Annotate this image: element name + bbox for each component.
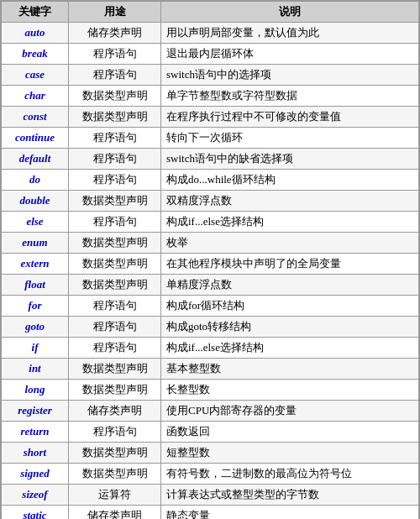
table-row: signed数据类型声明有符号数，二进制数的最高位为符号位: [2, 464, 419, 485]
desc-cell: switch语句中的缺省选择项: [161, 149, 419, 170]
usage-cell: 数据类型声明: [69, 254, 161, 275]
desc-cell: 枚举: [161, 233, 419, 254]
desc-cell: 在其他程序模块中声明了的全局变量: [161, 254, 419, 275]
usage-cell: 程序语句: [69, 170, 161, 191]
table-row: case程序语句switch语句中的选择项: [2, 65, 419, 86]
keyword-cell: auto: [2, 23, 69, 44]
header-desc: 说明: [161, 2, 419, 23]
desc-cell: 计算表达式或整型类型的字节数: [161, 485, 419, 506]
keyword-cell: for: [2, 296, 69, 317]
usage-cell: 程序语句: [69, 212, 161, 233]
usage-cell: 数据类型声明: [69, 233, 161, 254]
desc-cell: 双精度浮点数: [161, 191, 419, 212]
desc-cell: 构成if...else选择结构: [161, 338, 419, 359]
usage-cell: 数据类型声明: [69, 443, 161, 464]
table-row: continue程序语句转向下一次循环: [2, 128, 419, 149]
usage-cell: 数据类型声明: [69, 107, 161, 128]
table-row: enum数据类型声明枚举: [2, 233, 419, 254]
keyword-cell: double: [2, 191, 69, 212]
keyword-cell: case: [2, 65, 69, 86]
keyword-cell: float: [2, 275, 69, 296]
table-row: const数据类型声明在程序执行过程中不可修改的变量值: [2, 107, 419, 128]
table-row: static储存类声明静态变量: [2, 506, 419, 520]
usage-cell: 程序语句: [69, 338, 161, 359]
desc-cell: 单精度浮点数: [161, 275, 419, 296]
usage-cell: 程序语句: [69, 128, 161, 149]
keyword-cell: long: [2, 380, 69, 401]
usage-cell: 数据类型声明: [69, 275, 161, 296]
keyword-cell: return: [2, 422, 69, 443]
keyword-cell: int: [2, 359, 69, 380]
table-row: sizeof运算符计算表达式或整型类型的字节数: [2, 485, 419, 506]
desc-cell: 使用CPU内部寄存器的变量: [161, 401, 419, 422]
table-header-row: 关键字 用途 说明: [2, 2, 419, 23]
desc-cell: 退出最内层循环体: [161, 44, 419, 65]
table-row: char数据类型声明单字节整型数或字符型数据: [2, 86, 419, 107]
keyword-cell: else: [2, 212, 69, 233]
table-row: float数据类型声明单精度浮点数: [2, 275, 419, 296]
header-keyword: 关键字: [2, 2, 69, 23]
usage-cell: 储存类声明: [69, 23, 161, 44]
desc-cell: 构成for循环结构: [161, 296, 419, 317]
keyword-cell: do: [2, 170, 69, 191]
desc-cell: 长整型数: [161, 380, 419, 401]
keyword-cell: static: [2, 506, 69, 520]
desc-cell: 用以声明局部变量，默认值为此: [161, 23, 419, 44]
header-usage: 用途: [69, 2, 161, 23]
keyword-cell: goto: [2, 317, 69, 338]
usage-cell: 数据类型声明: [69, 86, 161, 107]
desc-cell: 构成if...else选择结构: [161, 212, 419, 233]
desc-cell: 构成do...while循环结构: [161, 170, 419, 191]
desc-cell: 基本整型数: [161, 359, 419, 380]
desc-cell: switch语句中的选择项: [161, 65, 419, 86]
keyword-cell: enum: [2, 233, 69, 254]
keyword-cell: break: [2, 44, 69, 65]
keyword-cell: char: [2, 86, 69, 107]
table-row: if程序语句构成if...else选择结构: [2, 338, 419, 359]
usage-cell: 数据类型声明: [69, 464, 161, 485]
keyword-cell: short: [2, 443, 69, 464]
desc-cell: 有符号数，二进制数的最高位为符号位: [161, 464, 419, 485]
keyword-cell: sizeof: [2, 485, 69, 506]
usage-cell: 程序语句: [69, 65, 161, 86]
table-row: goto程序语句构成goto转移结构: [2, 317, 419, 338]
usage-cell: 数据类型声明: [69, 191, 161, 212]
table-row: default程序语句switch语句中的缺省选择项: [2, 149, 419, 170]
usage-cell: 程序语句: [69, 422, 161, 443]
table-row: register储存类声明使用CPU内部寄存器的变量: [2, 401, 419, 422]
table-row: auto储存类声明用以声明局部变量，默认值为此: [2, 23, 419, 44]
keyword-cell: signed: [2, 464, 69, 485]
desc-cell: 静态变量: [161, 506, 419, 520]
usage-cell: 数据类型声明: [69, 359, 161, 380]
desc-cell: 单字节整型数或字符型数据: [161, 86, 419, 107]
table-row: double数据类型声明双精度浮点数: [2, 191, 419, 212]
keyword-table: 关键字 用途 说明 auto储存类声明用以声明局部变量，默认值为此break程序…: [1, 1, 419, 519]
usage-cell: 储存类声明: [69, 401, 161, 422]
keyword-cell: extern: [2, 254, 69, 275]
desc-cell: 短整型数: [161, 443, 419, 464]
keyword-cell: continue: [2, 128, 69, 149]
table-row: long数据类型声明长整型数: [2, 380, 419, 401]
table-row: break程序语句退出最内层循环体: [2, 44, 419, 65]
desc-cell: 构成goto转移结构: [161, 317, 419, 338]
usage-cell: 程序语句: [69, 317, 161, 338]
table-row: do程序语句构成do...while循环结构: [2, 170, 419, 191]
desc-cell: 函数返回: [161, 422, 419, 443]
keyword-table-container: 关键字 用途 说明 auto储存类声明用以声明局部变量，默认值为此break程序…: [0, 0, 420, 519]
keyword-cell: default: [2, 149, 69, 170]
usage-cell: 运算符: [69, 485, 161, 506]
table-row: for程序语句构成for循环结构: [2, 296, 419, 317]
keyword-cell: register: [2, 401, 69, 422]
usage-cell: 程序语句: [69, 44, 161, 65]
usage-cell: 数据类型声明: [69, 380, 161, 401]
table-row: extern数据类型声明在其他程序模块中声明了的全局变量: [2, 254, 419, 275]
keyword-cell: if: [2, 338, 69, 359]
desc-cell: 转向下一次循环: [161, 128, 419, 149]
table-row: short数据类型声明短整型数: [2, 443, 419, 464]
keyword-cell: const: [2, 107, 69, 128]
usage-cell: 储存类声明: [69, 506, 161, 520]
table-row: int数据类型声明基本整型数: [2, 359, 419, 380]
table-row: else程序语句构成if...else选择结构: [2, 212, 419, 233]
desc-cell: 在程序执行过程中不可修改的变量值: [161, 107, 419, 128]
table-row: return程序语句函数返回: [2, 422, 419, 443]
